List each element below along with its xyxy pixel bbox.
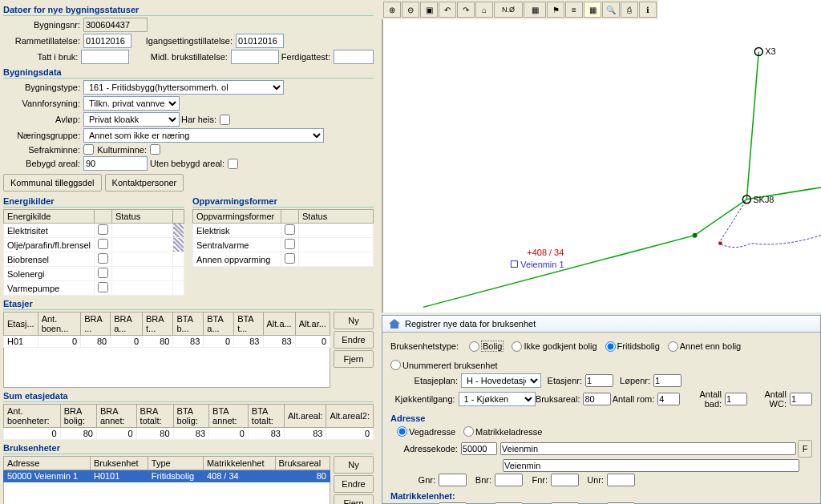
map-canvas[interactable]: X3 SKJ8 +408 / 34 Veienmin 1 <box>382 0 821 312</box>
tool-back-icon[interactable]: ↶ <box>439 2 456 18</box>
bnr-label: Bnr: <box>467 475 495 485</box>
floors-fjern-button[interactable]: Fjern <box>334 350 374 368</box>
fnr-field <box>551 474 579 486</box>
tool-forward-icon[interactable]: ↷ <box>457 2 475 18</box>
antallrom-field[interactable] <box>657 393 680 405</box>
heating-grid: OppvarmingsformerStatus Elektrisk Sentra… <box>192 209 374 267</box>
bruksareal-field[interactable] <box>583 393 611 405</box>
radio-vegadresse[interactable] <box>397 426 407 437</box>
heat-check-2[interactable] <box>285 253 295 264</box>
adressenavn-field[interactable] <box>500 442 796 455</box>
svg-rect-4 <box>511 261 517 268</box>
tool-layers-icon[interactable]: ≡ <box>565 2 583 18</box>
sefrak-checkbox[interactable] <box>83 144 94 155</box>
map-label-408: +408 / 34 <box>527 248 564 257</box>
section-dates: Datoer for nye bygningsstatuser <box>3 5 374 16</box>
tatt-field[interactable] <box>81 50 129 64</box>
tool-zoom-window-icon[interactable]: ▣ <box>420 2 438 18</box>
left-panel: Datoer for nye bygningsstatuser Bygnings… <box>0 0 377 504</box>
adresse-head: Adresse <box>390 413 812 423</box>
antallbad-label: Antall bad: <box>680 389 725 409</box>
heat-check-0[interactable] <box>285 224 295 235</box>
matrikkel-head: Matrikkelenhet: <box>390 491 812 501</box>
rammetillatelse-field[interactable] <box>83 34 131 48</box>
energy-check-1[interactable] <box>98 239 108 249</box>
etasjenr-field[interactable] <box>585 374 613 387</box>
heis-checkbox[interactable] <box>220 115 230 125</box>
type-select[interactable]: 161 - Fritidsbygg(hyttersommerh. ol <box>83 80 284 95</box>
bebygd-field[interactable] <box>83 156 148 171</box>
bygningsnr-label: Bygningsnr: <box>3 20 83 30</box>
kommunal-button[interactable]: Kommunal tilleggsdel <box>3 174 102 192</box>
register-dialog: Registrer nye data for bruksenhet Brukse… <box>382 315 821 504</box>
radio-matrikkeladresse[interactable] <box>463 426 474 437</box>
radio-fritid[interactable] <box>605 341 616 352</box>
bruksareal-label: Bruksareal: <box>536 394 584 404</box>
map-toolbar: ⊕ ⊖ ▣ ↶ ↷ ⌂ N.Ø ▦ ⚑ ≡ ▦ 🔍 ⎙ ℹ <box>382 0 658 19</box>
tool-print-icon[interactable]: ⎙ <box>621 2 638 18</box>
radio-unum[interactable] <box>390 360 401 370</box>
naering-select[interactable]: Annet som ikke er næring <box>83 128 324 143</box>
etasje-label: Etasjeplan: <box>390 376 461 385</box>
antallwc-field[interactable] <box>790 393 812 405</box>
heat-check-1[interactable] <box>285 239 295 249</box>
vann-label: Vannforsyning: <box>3 99 83 108</box>
table-row: H0108008083083830 <box>4 336 330 348</box>
radio-bolig[interactable] <box>469 341 479 352</box>
units-endre-button[interactable]: Endre <box>334 475 374 493</box>
igang-field[interactable] <box>236 34 284 48</box>
section-heating: Oppvarmingsformer <box>192 196 374 208</box>
tool-flag-icon[interactable]: ⚑ <box>547 2 564 18</box>
tool-extent-icon[interactable]: ▦ <box>524 2 546 18</box>
kjokken-label: Kjøkkentilgang: <box>390 394 459 404</box>
avlop-label: Avløp: <box>3 115 83 124</box>
energy-check-2[interactable] <box>98 253 108 264</box>
section-units: Bruksenheter <box>3 443 374 454</box>
tool-grid-icon[interactable]: ▦ <box>584 2 601 18</box>
floors-endre-button[interactable]: Endre <box>334 331 374 349</box>
tool-home-icon[interactable]: ⌂ <box>475 2 493 18</box>
floors-ny-button[interactable]: Ny <box>334 312 374 329</box>
floors-grid[interactable]: Etasj...Ant. boen...BRA ...BRA a...BRA t… <box>3 312 330 348</box>
section-sumfloor: Sum etasjedata <box>3 391 374 402</box>
antallwc-label: Antall WC: <box>747 389 790 409</box>
house-icon <box>389 319 400 329</box>
tool-info-icon[interactable]: ℹ <box>639 2 657 18</box>
utenbebygd-checkbox[interactable] <box>228 159 238 169</box>
radio-ikke[interactable] <box>512 341 522 352</box>
lopenr-field[interactable] <box>653 374 681 387</box>
svg-rect-3 <box>718 242 722 245</box>
bebygd-label: Bebygd areal: <box>3 159 83 168</box>
tool-search-icon[interactable]: 🔍 <box>602 2 620 18</box>
kultur-checkbox[interactable] <box>150 144 160 155</box>
antallbad-field[interactable] <box>725 393 747 405</box>
ferdig-field[interactable] <box>334 50 374 64</box>
tool-scale-icon[interactable]: N.Ø <box>494 2 523 18</box>
section-energy: Energikilder <box>3 196 184 208</box>
units-fjern-button[interactable]: Fjern <box>334 494 374 504</box>
avlop-select[interactable]: Privat kloakk <box>83 112 180 127</box>
utenbebygd-label: Uten bebygd areal: <box>148 159 228 168</box>
dialog-title-bar: Registrer nye data for bruksenhet <box>382 316 820 333</box>
etasje-select[interactable]: H - Hovedetasje <box>461 373 541 388</box>
kontakt-button[interactable]: Kontaktpersoner <box>105 174 184 192</box>
units-ny-button[interactable]: Ny <box>334 456 374 474</box>
kjokken-select[interactable]: 1 - Kjøkken <box>459 392 536 406</box>
energy-check-0[interactable] <box>98 224 108 235</box>
table-row: 50000 Veienmin 1H0101Fritidsbolig408 / 3… <box>4 470 330 482</box>
adresse-lookup-button[interactable]: F <box>798 440 812 458</box>
map-label-skj8: SKJ8 <box>753 195 774 204</box>
tool-zoom-in-icon[interactable]: ⊕ <box>383 2 401 18</box>
bygningsnr-field <box>83 18 148 32</box>
vann-select[interactable]: Tilkn. privat vannverk <box>83 96 180 111</box>
units-grid[interactable]: AdresseBruksenhetTypeMatrikkelenhetBruks… <box>3 456 330 482</box>
rammetillatelse-label: Rammetillatelse: <box>3 36 83 46</box>
energy-check-4[interactable] <box>98 282 108 292</box>
radio-annet[interactable] <box>668 341 678 352</box>
adressekode-field[interactable] <box>461 442 497 455</box>
antallrom-label: Antall rom: <box>611 394 657 404</box>
midl-field[interactable] <box>231 50 279 64</box>
energy-check-3[interactable] <box>98 268 108 278</box>
fnr-label: Fnr: <box>523 475 551 485</box>
tool-zoom-out-icon[interactable]: ⊖ <box>402 2 419 18</box>
